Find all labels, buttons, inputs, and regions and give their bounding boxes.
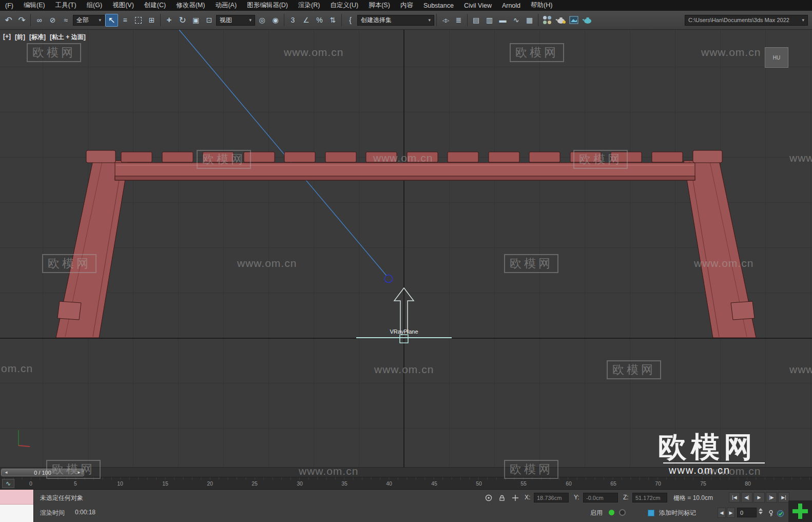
previous-frame-icon[interactable]: ◀| bbox=[741, 492, 752, 502]
select-and-place-icon[interactable]: ⊡ bbox=[203, 14, 216, 27]
menu-help[interactable]: 帮助(H) bbox=[526, 0, 557, 11]
material-editor-icon[interactable] bbox=[540, 14, 553, 27]
spin-left-icon[interactable]: ◀ bbox=[718, 508, 726, 518]
spinner-snap-icon[interactable]: ⇅ bbox=[326, 14, 339, 27]
toolbar-divider bbox=[284, 14, 284, 26]
menu-tools[interactable]: 工具(T) bbox=[50, 0, 82, 11]
select-and-link-icon[interactable]: ∞ bbox=[33, 14, 46, 27]
mini-curve-editor-icon[interactable]: ∿ bbox=[2, 479, 14, 488]
teapot-glyph bbox=[555, 16, 566, 24]
project-path-field[interactable]: C:\Users\Han\Documents\3ds Max 2022 ▾ bbox=[685, 15, 808, 26]
select-and-move-icon[interactable]: + bbox=[163, 14, 176, 27]
frame-back-arrow-icon[interactable]: ◄ bbox=[4, 470, 8, 475]
selection-filter-dropdown[interactable]: 全部 ▾ bbox=[73, 15, 105, 26]
named-selection-sets-dropdown[interactable]: 创建选择集 ▾ bbox=[357, 15, 434, 26]
absolute-mode-transform-icon[interactable] bbox=[510, 493, 520, 503]
render-production-icon[interactable] bbox=[581, 14, 593, 27]
bind-to-space-warp-icon[interactable]: ≈ bbox=[60, 14, 72, 27]
layer-explorer-icon[interactable]: ▥ bbox=[483, 14, 496, 27]
undo-icon[interactable]: ↶ bbox=[2, 14, 15, 27]
key-mode-check-icon[interactable] bbox=[775, 508, 785, 518]
rectangular-selection-region-icon[interactable] bbox=[132, 14, 145, 27]
redo-icon[interactable]: ↷ bbox=[15, 14, 28, 27]
set-key-icon[interactable] bbox=[766, 508, 776, 518]
selection-lock-icon[interactable] bbox=[497, 493, 507, 503]
enable-label: 启用 bbox=[590, 509, 603, 517]
menu-scripting[interactable]: 脚本(S) bbox=[363, 0, 395, 11]
viewport-front[interactable]: [+] [前] [标准] [粘土 + 边面] bbox=[0, 30, 812, 467]
unlink-selection-icon[interactable]: ⊘ bbox=[46, 14, 59, 27]
select-object-icon[interactable]: ↖ bbox=[105, 14, 118, 27]
maxscript-mini-listener[interactable] bbox=[0, 490, 34, 522]
snap-toggle-3d-icon[interactable]: 3 bbox=[286, 14, 299, 27]
menu-group[interactable]: 组(G) bbox=[82, 0, 108, 11]
select-by-name-icon[interactable]: ≡ bbox=[119, 14, 131, 27]
y-coordinate-field[interactable]: -0.0cm bbox=[583, 493, 618, 502]
play-animation-icon[interactable]: ▶ bbox=[753, 492, 765, 502]
spinner-down-icon[interactable] bbox=[759, 512, 763, 514]
go-to-start-icon[interactable]: |◀ bbox=[729, 492, 740, 502]
menu-content[interactable]: 内容 bbox=[395, 0, 418, 11]
select-and-rotate-icon[interactable]: ↻ bbox=[176, 14, 189, 27]
rendered-frame-window-icon[interactable] bbox=[567, 14, 580, 27]
use-pivot-center-icon[interactable]: ◎ bbox=[256, 14, 268, 27]
track-tick: 30 bbox=[297, 480, 303, 487]
viewport-shading-label[interactable]: [粘土 + 边面] bbox=[50, 33, 86, 42]
align-icon[interactable]: ≣ bbox=[452, 14, 465, 27]
menu-create[interactable]: 创建(C) bbox=[139, 0, 171, 11]
x-coordinate-field[interactable]: 18.736cm bbox=[534, 493, 569, 502]
viewport-pov-label[interactable]: [前] bbox=[15, 33, 25, 42]
menu-substance[interactable]: Substance bbox=[418, 0, 459, 11]
schematic-view-icon[interactable]: ▦ bbox=[523, 14, 536, 27]
angle-snap-icon[interactable]: ∠ bbox=[300, 14, 313, 27]
scene-explorer-icon[interactable]: ▤ bbox=[470, 14, 482, 27]
toolbar-divider bbox=[538, 14, 538, 26]
menu-edit[interactable]: 编辑(E) bbox=[18, 0, 50, 11]
track-bar[interactable]: ∿ 0 5 10 15 20 25 30 35 40 45 50 55 60 6… bbox=[0, 477, 812, 489]
track-tick: 10 bbox=[117, 480, 123, 487]
edit-named-selection-sets-icon[interactable]: { bbox=[344, 14, 357, 27]
curve-editor-icon[interactable]: ∿ bbox=[510, 14, 523, 27]
selection-filter-value: 全部 bbox=[76, 16, 94, 25]
playback-controls: |◀ ◀| ▶ |▶ ▶| bbox=[729, 492, 789, 502]
time-slider-track[interactable]: ◄ 0 / 100 ► bbox=[0, 467, 812, 477]
time-tag-cube-icon bbox=[648, 510, 654, 516]
track-tick: 55 bbox=[520, 480, 527, 487]
spin-right-icon[interactable]: ▶ bbox=[727, 508, 735, 518]
spinner-up-icon[interactable] bbox=[759, 508, 763, 511]
time-slider-value: 0 / 100 bbox=[34, 470, 51, 476]
ribbon-toggle-icon[interactable]: ▬ bbox=[496, 14, 509, 27]
frame-forward-arrow-icon[interactable]: ► bbox=[77, 470, 81, 475]
menu-rendering[interactable]: 渲染(R) bbox=[293, 0, 325, 11]
isolate-selection-icon[interactable] bbox=[484, 493, 494, 503]
render-setup-icon[interactable] bbox=[554, 14, 567, 27]
go-to-end-icon[interactable]: ▶| bbox=[778, 492, 789, 502]
viewport-general-menu-label[interactable]: [+] bbox=[3, 33, 11, 42]
window-crossing-icon[interactable]: ⊞ bbox=[145, 14, 158, 27]
named-selection-sets-value: 创建选择集 bbox=[361, 16, 424, 25]
add-time-tag-button[interactable]: 添加时间标记 bbox=[659, 509, 696, 517]
mirror-icon[interactable]: ◁▷ bbox=[439, 14, 452, 27]
menu-views[interactable]: 视图(V) bbox=[107, 0, 139, 11]
menu-animation[interactable]: 动画(A) bbox=[210, 0, 242, 11]
frame-spinner[interactable] bbox=[759, 508, 763, 514]
select-and-scale-icon[interactable]: ▣ bbox=[189, 14, 202, 27]
menu-file[interactable]: (F) bbox=[0, 0, 18, 11]
percent-snap-icon[interactable]: % bbox=[313, 14, 326, 27]
z-coordinate-field[interactable]: 51.172cm bbox=[632, 493, 667, 502]
add-plus-button[interactable] bbox=[788, 500, 812, 522]
reference-coordinate-dropdown[interactable]: 视图 ▾ bbox=[216, 15, 255, 26]
menu-modifiers[interactable]: 修改器(M) bbox=[171, 0, 210, 11]
select-and-manipulate-icon[interactable]: ◉ bbox=[269, 14, 282, 27]
listener-script-line bbox=[0, 505, 33, 522]
current-frame-field[interactable]: 0 bbox=[737, 508, 757, 517]
next-frame-icon[interactable]: |▶ bbox=[766, 492, 777, 502]
world-axis-vertical-line bbox=[403, 30, 404, 467]
menu-customize[interactable]: 自定义(U) bbox=[325, 0, 363, 11]
menu-arnold[interactable]: Arnold bbox=[497, 0, 526, 11]
time-slider-handle[interactable]: ◄ 0 / 100 ► bbox=[1, 469, 84, 476]
enable-toggle-icon[interactable] bbox=[619, 509, 626, 516]
viewport-type-label[interactable]: [标准] bbox=[29, 33, 46, 42]
menu-civil-view[interactable]: Civil View bbox=[459, 0, 497, 11]
menu-graph-editors[interactable]: 图形编辑器(D) bbox=[242, 0, 293, 11]
